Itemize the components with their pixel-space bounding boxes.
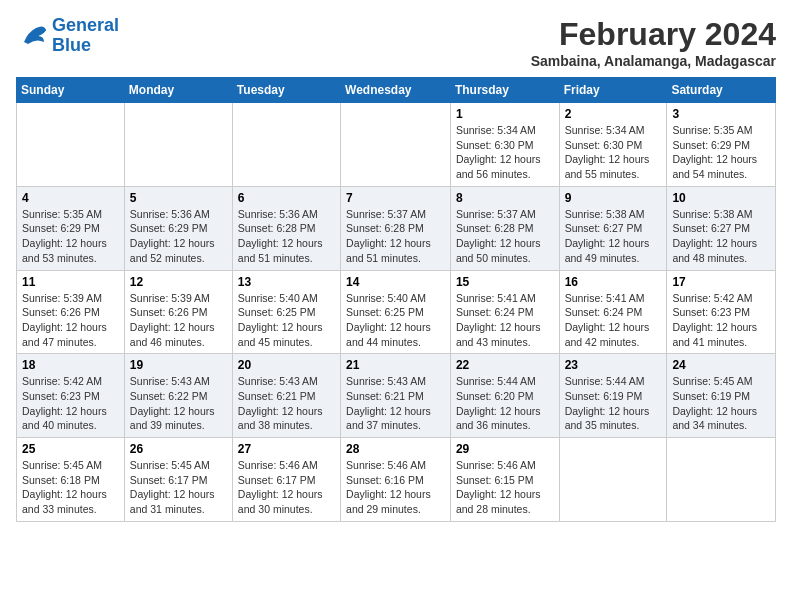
title-block: February 2024 Sambaina, Analamanga, Mada… — [531, 16, 776, 69]
weekday-header-saturday: Saturday — [667, 78, 776, 103]
logo-icon — [16, 22, 48, 50]
day-info: Sunrise: 5:38 AMSunset: 6:27 PMDaylight:… — [672, 207, 770, 266]
calendar-cell: 1Sunrise: 5:34 AMSunset: 6:30 PMDaylight… — [450, 103, 559, 187]
day-info: Sunrise: 5:39 AMSunset: 6:26 PMDaylight:… — [22, 291, 119, 350]
day-number: 11 — [22, 275, 119, 289]
day-info: Sunrise: 5:34 AMSunset: 6:30 PMDaylight:… — [565, 123, 662, 182]
day-info: Sunrise: 5:45 AMSunset: 6:19 PMDaylight:… — [672, 374, 770, 433]
day-number: 20 — [238, 358, 335, 372]
day-number: 13 — [238, 275, 335, 289]
day-number: 3 — [672, 107, 770, 121]
calendar-cell: 18Sunrise: 5:42 AMSunset: 6:23 PMDayligh… — [17, 354, 125, 438]
calendar-cell — [667, 438, 776, 522]
calendar-cell: 3Sunrise: 5:35 AMSunset: 6:29 PMDaylight… — [667, 103, 776, 187]
day-number: 8 — [456, 191, 554, 205]
calendar-cell: 15Sunrise: 5:41 AMSunset: 6:24 PMDayligh… — [450, 270, 559, 354]
day-number: 7 — [346, 191, 445, 205]
day-info: Sunrise: 5:43 AMSunset: 6:21 PMDaylight:… — [238, 374, 335, 433]
day-info: Sunrise: 5:43 AMSunset: 6:22 PMDaylight:… — [130, 374, 227, 433]
weekday-header-tuesday: Tuesday — [232, 78, 340, 103]
day-number: 15 — [456, 275, 554, 289]
day-number: 17 — [672, 275, 770, 289]
logo-general: General — [52, 15, 119, 35]
calendar-cell: 28Sunrise: 5:46 AMSunset: 6:16 PMDayligh… — [341, 438, 451, 522]
day-number: 27 — [238, 442, 335, 456]
calendar-cell: 16Sunrise: 5:41 AMSunset: 6:24 PMDayligh… — [559, 270, 667, 354]
weekday-header-thursday: Thursday — [450, 78, 559, 103]
calendar-cell: 25Sunrise: 5:45 AMSunset: 6:18 PMDayligh… — [17, 438, 125, 522]
calendar-cell: 12Sunrise: 5:39 AMSunset: 6:26 PMDayligh… — [124, 270, 232, 354]
calendar-cell — [232, 103, 340, 187]
day-number: 12 — [130, 275, 227, 289]
day-number: 22 — [456, 358, 554, 372]
calendar-cell: 9Sunrise: 5:38 AMSunset: 6:27 PMDaylight… — [559, 186, 667, 270]
calendar-cell: 21Sunrise: 5:43 AMSunset: 6:21 PMDayligh… — [341, 354, 451, 438]
day-info: Sunrise: 5:46 AMSunset: 6:15 PMDaylight:… — [456, 458, 554, 517]
day-info: Sunrise: 5:44 AMSunset: 6:19 PMDaylight:… — [565, 374, 662, 433]
day-info: Sunrise: 5:35 AMSunset: 6:29 PMDaylight:… — [672, 123, 770, 182]
calendar-cell: 6Sunrise: 5:36 AMSunset: 6:28 PMDaylight… — [232, 186, 340, 270]
location-subtitle: Sambaina, Analamanga, Madagascar — [531, 53, 776, 69]
day-info: Sunrise: 5:46 AMSunset: 6:16 PMDaylight:… — [346, 458, 445, 517]
calendar-cell: 14Sunrise: 5:40 AMSunset: 6:25 PMDayligh… — [341, 270, 451, 354]
calendar-cell: 17Sunrise: 5:42 AMSunset: 6:23 PMDayligh… — [667, 270, 776, 354]
day-number: 10 — [672, 191, 770, 205]
day-info: Sunrise: 5:36 AMSunset: 6:28 PMDaylight:… — [238, 207, 335, 266]
day-number: 4 — [22, 191, 119, 205]
day-info: Sunrise: 5:45 AMSunset: 6:17 PMDaylight:… — [130, 458, 227, 517]
day-info: Sunrise: 5:42 AMSunset: 6:23 PMDaylight:… — [22, 374, 119, 433]
day-number: 23 — [565, 358, 662, 372]
day-info: Sunrise: 5:44 AMSunset: 6:20 PMDaylight:… — [456, 374, 554, 433]
day-info: Sunrise: 5:45 AMSunset: 6:18 PMDaylight:… — [22, 458, 119, 517]
day-number: 14 — [346, 275, 445, 289]
calendar-week-row: 1Sunrise: 5:34 AMSunset: 6:30 PMDaylight… — [17, 103, 776, 187]
calendar-cell: 11Sunrise: 5:39 AMSunset: 6:26 PMDayligh… — [17, 270, 125, 354]
calendar-cell: 4Sunrise: 5:35 AMSunset: 6:29 PMDaylight… — [17, 186, 125, 270]
calendar-cell: 10Sunrise: 5:38 AMSunset: 6:27 PMDayligh… — [667, 186, 776, 270]
day-number: 18 — [22, 358, 119, 372]
day-info: Sunrise: 5:35 AMSunset: 6:29 PMDaylight:… — [22, 207, 119, 266]
day-info: Sunrise: 5:46 AMSunset: 6:17 PMDaylight:… — [238, 458, 335, 517]
calendar-cell: 27Sunrise: 5:46 AMSunset: 6:17 PMDayligh… — [232, 438, 340, 522]
calendar-week-row: 25Sunrise: 5:45 AMSunset: 6:18 PMDayligh… — [17, 438, 776, 522]
month-year-title: February 2024 — [531, 16, 776, 53]
day-info: Sunrise: 5:39 AMSunset: 6:26 PMDaylight:… — [130, 291, 227, 350]
weekday-header-monday: Monday — [124, 78, 232, 103]
calendar-cell: 5Sunrise: 5:36 AMSunset: 6:29 PMDaylight… — [124, 186, 232, 270]
calendar-cell: 13Sunrise: 5:40 AMSunset: 6:25 PMDayligh… — [232, 270, 340, 354]
day-info: Sunrise: 5:40 AMSunset: 6:25 PMDaylight:… — [238, 291, 335, 350]
day-info: Sunrise: 5:41 AMSunset: 6:24 PMDaylight:… — [456, 291, 554, 350]
day-number: 28 — [346, 442, 445, 456]
calendar-cell: 7Sunrise: 5:37 AMSunset: 6:28 PMDaylight… — [341, 186, 451, 270]
calendar-week-row: 4Sunrise: 5:35 AMSunset: 6:29 PMDaylight… — [17, 186, 776, 270]
day-info: Sunrise: 5:37 AMSunset: 6:28 PMDaylight:… — [456, 207, 554, 266]
day-info: Sunrise: 5:34 AMSunset: 6:30 PMDaylight:… — [456, 123, 554, 182]
calendar-cell: 24Sunrise: 5:45 AMSunset: 6:19 PMDayligh… — [667, 354, 776, 438]
calendar-cell: 26Sunrise: 5:45 AMSunset: 6:17 PMDayligh… — [124, 438, 232, 522]
calendar-cell: 8Sunrise: 5:37 AMSunset: 6:28 PMDaylight… — [450, 186, 559, 270]
calendar-cell: 19Sunrise: 5:43 AMSunset: 6:22 PMDayligh… — [124, 354, 232, 438]
calendar-cell — [17, 103, 125, 187]
day-info: Sunrise: 5:42 AMSunset: 6:23 PMDaylight:… — [672, 291, 770, 350]
calendar-cell: 29Sunrise: 5:46 AMSunset: 6:15 PMDayligh… — [450, 438, 559, 522]
day-info: Sunrise: 5:37 AMSunset: 6:28 PMDaylight:… — [346, 207, 445, 266]
day-number: 24 — [672, 358, 770, 372]
weekday-header-friday: Friday — [559, 78, 667, 103]
calendar-cell — [559, 438, 667, 522]
day-number: 1 — [456, 107, 554, 121]
calendar-cell: 20Sunrise: 5:43 AMSunset: 6:21 PMDayligh… — [232, 354, 340, 438]
day-info: Sunrise: 5:36 AMSunset: 6:29 PMDaylight:… — [130, 207, 227, 266]
day-info: Sunrise: 5:43 AMSunset: 6:21 PMDaylight:… — [346, 374, 445, 433]
calendar-cell: 22Sunrise: 5:44 AMSunset: 6:20 PMDayligh… — [450, 354, 559, 438]
calendar-table: SundayMondayTuesdayWednesdayThursdayFrid… — [16, 77, 776, 522]
day-number: 26 — [130, 442, 227, 456]
logo: General Blue — [16, 16, 119, 56]
day-info: Sunrise: 5:40 AMSunset: 6:25 PMDaylight:… — [346, 291, 445, 350]
calendar-cell: 23Sunrise: 5:44 AMSunset: 6:19 PMDayligh… — [559, 354, 667, 438]
day-number: 6 — [238, 191, 335, 205]
calendar-cell: 2Sunrise: 5:34 AMSunset: 6:30 PMDaylight… — [559, 103, 667, 187]
day-number: 9 — [565, 191, 662, 205]
day-number: 5 — [130, 191, 227, 205]
day-number: 19 — [130, 358, 227, 372]
day-number: 21 — [346, 358, 445, 372]
